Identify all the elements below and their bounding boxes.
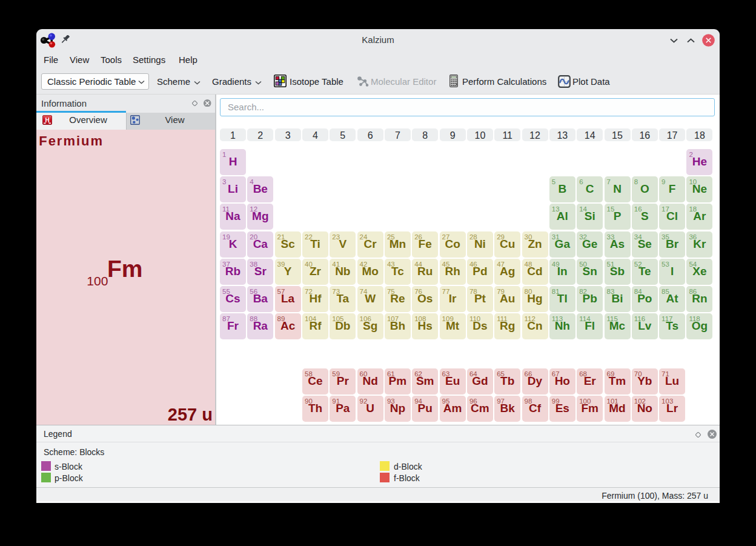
svg-text:H: H (45, 117, 49, 124)
